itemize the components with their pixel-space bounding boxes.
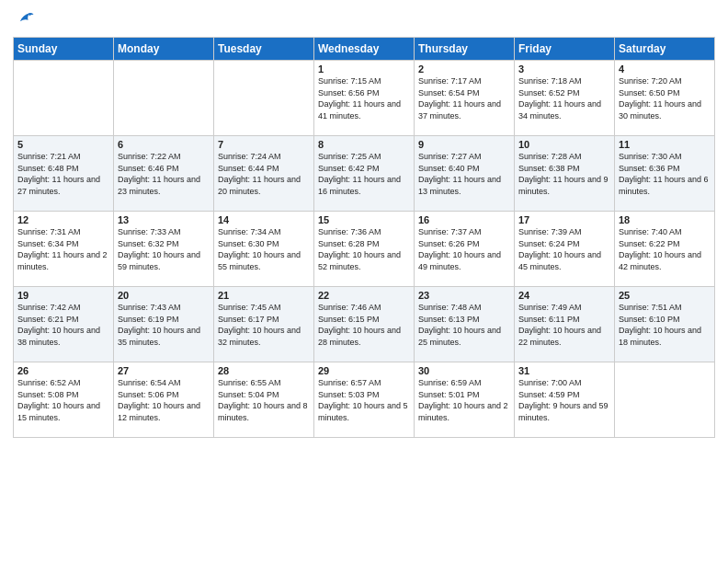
day-number: 7	[218, 139, 310, 150]
calendar-page: SundayMondayTuesdayWednesdayThursdayFrid…	[0, 0, 728, 563]
day-info: Sunrise: 7:42 AMSunset: 6:21 PMDaylight:…	[17, 302, 109, 348]
calendar-cell: 17Sunrise: 7:39 AMSunset: 6:24 PMDayligh…	[515, 212, 615, 287]
day-number: 30	[418, 365, 510, 376]
logo-bird-icon	[15, 9, 35, 29]
day-info: Sunrise: 7:49 AMSunset: 6:11 PMDaylight:…	[518, 302, 610, 348]
calendar-header-monday: Monday	[114, 38, 214, 61]
day-number: 25	[619, 290, 711, 301]
day-info: Sunrise: 7:22 AMSunset: 6:46 PMDaylight:…	[118, 151, 210, 197]
calendar-cell: 21Sunrise: 7:45 AMSunset: 6:17 PMDayligh…	[214, 287, 314, 362]
calendar-cell	[114, 61, 214, 136]
day-info: Sunrise: 7:39 AMSunset: 6:24 PMDaylight:…	[518, 226, 610, 272]
day-number: 19	[17, 290, 109, 301]
day-info: Sunrise: 7:43 AMSunset: 6:19 PMDaylight:…	[118, 302, 210, 348]
calendar-cell	[615, 362, 715, 438]
calendar-cell: 9Sunrise: 7:27 AMSunset: 6:40 PMDaylight…	[415, 136, 515, 212]
calendar-cell: 24Sunrise: 7:49 AMSunset: 6:11 PMDayligh…	[515, 287, 615, 362]
calendar-cell: 4Sunrise: 7:20 AMSunset: 6:50 PMDaylight…	[615, 61, 715, 136]
day-number: 29	[318, 365, 410, 376]
calendar-week-2: 5Sunrise: 7:21 AMSunset: 6:48 PMDaylight…	[14, 136, 715, 212]
day-info: Sunrise: 7:51 AMSunset: 6:10 PMDaylight:…	[619, 302, 711, 348]
day-info: Sunrise: 7:25 AMSunset: 6:42 PMDaylight:…	[318, 151, 410, 197]
day-number: 3	[518, 63, 610, 75]
day-info: Sunrise: 7:15 AMSunset: 6:56 PMDaylight:…	[318, 75, 410, 121]
day-number: 28	[218, 365, 310, 376]
calendar-header-row: SundayMondayTuesdayWednesdayThursdayFrid…	[14, 38, 715, 61]
calendar-cell: 10Sunrise: 7:28 AMSunset: 6:38 PMDayligh…	[515, 136, 615, 212]
day-number: 13	[118, 214, 210, 225]
day-number: 5	[17, 139, 109, 150]
day-info: Sunrise: 7:28 AMSunset: 6:38 PMDaylight:…	[518, 151, 610, 197]
day-number: 12	[17, 214, 109, 225]
day-number: 6	[118, 139, 210, 150]
calendar-week-3: 12Sunrise: 7:31 AMSunset: 6:34 PMDayligh…	[14, 212, 715, 287]
day-info: Sunrise: 7:00 AMSunset: 4:59 PMDaylight:…	[518, 377, 610, 423]
calendar-cell: 5Sunrise: 7:21 AMSunset: 6:48 PMDaylight…	[14, 136, 114, 212]
day-number: 4	[619, 63, 711, 75]
calendar-cell: 29Sunrise: 6:57 AMSunset: 5:03 PMDayligh…	[314, 362, 415, 438]
day-number: 31	[518, 365, 610, 376]
calendar-cell: 13Sunrise: 7:33 AMSunset: 6:32 PMDayligh…	[114, 212, 214, 287]
calendar-cell: 23Sunrise: 7:48 AMSunset: 6:13 PMDayligh…	[415, 287, 515, 362]
calendar-header-tuesday: Tuesday	[214, 38, 314, 61]
day-info: Sunrise: 7:34 AMSunset: 6:30 PMDaylight:…	[218, 226, 310, 272]
day-info: Sunrise: 6:57 AMSunset: 5:03 PMDaylight:…	[318, 377, 410, 423]
calendar-cell: 25Sunrise: 7:51 AMSunset: 6:10 PMDayligh…	[615, 287, 715, 362]
day-info: Sunrise: 7:36 AMSunset: 6:28 PMDaylight:…	[318, 226, 410, 272]
calendar-header-saturday: Saturday	[615, 38, 715, 61]
day-number: 2	[418, 63, 510, 75]
day-number: 22	[318, 290, 410, 301]
calendar-header-wednesday: Wednesday	[314, 38, 415, 61]
calendar-cell: 14Sunrise: 7:34 AMSunset: 6:30 PMDayligh…	[214, 212, 314, 287]
day-number: 18	[619, 214, 711, 225]
calendar-cell: 11Sunrise: 7:30 AMSunset: 6:36 PMDayligh…	[615, 136, 715, 212]
day-number: 10	[518, 139, 610, 150]
day-info: Sunrise: 7:21 AMSunset: 6:48 PMDaylight:…	[17, 151, 109, 197]
calendar-week-4: 19Sunrise: 7:42 AMSunset: 6:21 PMDayligh…	[14, 287, 715, 362]
calendar-table: SundayMondayTuesdayWednesdayThursdayFrid…	[13, 37, 715, 438]
day-info: Sunrise: 6:59 AMSunset: 5:01 PMDaylight:…	[418, 377, 510, 423]
day-number: 1	[318, 63, 410, 75]
day-info: Sunrise: 6:55 AMSunset: 5:04 PMDaylight:…	[218, 377, 310, 423]
calendar-cell: 18Sunrise: 7:40 AMSunset: 6:22 PMDayligh…	[615, 212, 715, 287]
calendar-cell: 19Sunrise: 7:42 AMSunset: 6:21 PMDayligh…	[14, 287, 114, 362]
calendar-cell: 8Sunrise: 7:25 AMSunset: 6:42 PMDaylight…	[314, 136, 415, 212]
day-info: Sunrise: 7:17 AMSunset: 6:54 PMDaylight:…	[418, 75, 510, 121]
calendar-cell: 27Sunrise: 6:54 AMSunset: 5:06 PMDayligh…	[114, 362, 214, 438]
calendar-header-friday: Friday	[515, 38, 615, 61]
calendar-week-1: 1Sunrise: 7:15 AMSunset: 6:56 PMDaylight…	[14, 61, 715, 136]
day-number: 24	[518, 290, 610, 301]
day-number: 17	[518, 214, 610, 225]
calendar-cell: 2Sunrise: 7:17 AMSunset: 6:54 PMDaylight…	[415, 61, 515, 136]
calendar-cell: 16Sunrise: 7:37 AMSunset: 6:26 PMDayligh…	[415, 212, 515, 287]
calendar-cell: 7Sunrise: 7:24 AMSunset: 6:44 PMDaylight…	[214, 136, 314, 212]
header	[13, 9, 715, 29]
calendar-cell: 20Sunrise: 7:43 AMSunset: 6:19 PMDayligh…	[114, 287, 214, 362]
day-number: 15	[318, 214, 410, 225]
calendar-header-sunday: Sunday	[14, 38, 114, 61]
day-info: Sunrise: 7:27 AMSunset: 6:40 PMDaylight:…	[418, 151, 510, 197]
calendar-cell: 15Sunrise: 7:36 AMSunset: 6:28 PMDayligh…	[314, 212, 415, 287]
day-number: 23	[418, 290, 510, 301]
calendar-cell: 31Sunrise: 7:00 AMSunset: 4:59 PMDayligh…	[515, 362, 615, 438]
day-info: Sunrise: 7:37 AMSunset: 6:26 PMDaylight:…	[418, 226, 510, 272]
calendar-week-5: 26Sunrise: 6:52 AMSunset: 5:08 PMDayligh…	[14, 362, 715, 438]
day-info: Sunrise: 7:46 AMSunset: 6:15 PMDaylight:…	[318, 302, 410, 348]
day-number: 26	[17, 365, 109, 376]
calendar-cell	[214, 61, 314, 136]
day-info: Sunrise: 6:52 AMSunset: 5:08 PMDaylight:…	[17, 377, 109, 423]
day-info: Sunrise: 7:20 AMSunset: 6:50 PMDaylight:…	[619, 75, 711, 121]
calendar-cell: 28Sunrise: 6:55 AMSunset: 5:04 PMDayligh…	[214, 362, 314, 438]
calendar-cell: 3Sunrise: 7:18 AMSunset: 6:52 PMDaylight…	[515, 61, 615, 136]
day-number: 27	[118, 365, 210, 376]
calendar-cell: 30Sunrise: 6:59 AMSunset: 5:01 PMDayligh…	[415, 362, 515, 438]
logo	[13, 9, 35, 29]
day-number: 11	[619, 139, 711, 150]
calendar-header-thursday: Thursday	[415, 38, 515, 61]
day-number: 20	[118, 290, 210, 301]
calendar-cell: 22Sunrise: 7:46 AMSunset: 6:15 PMDayligh…	[314, 287, 415, 362]
calendar-cell: 1Sunrise: 7:15 AMSunset: 6:56 PMDaylight…	[314, 61, 415, 136]
calendar-cell	[14, 61, 114, 136]
day-info: Sunrise: 7:48 AMSunset: 6:13 PMDaylight:…	[418, 302, 510, 348]
calendar-cell: 26Sunrise: 6:52 AMSunset: 5:08 PMDayligh…	[14, 362, 114, 438]
